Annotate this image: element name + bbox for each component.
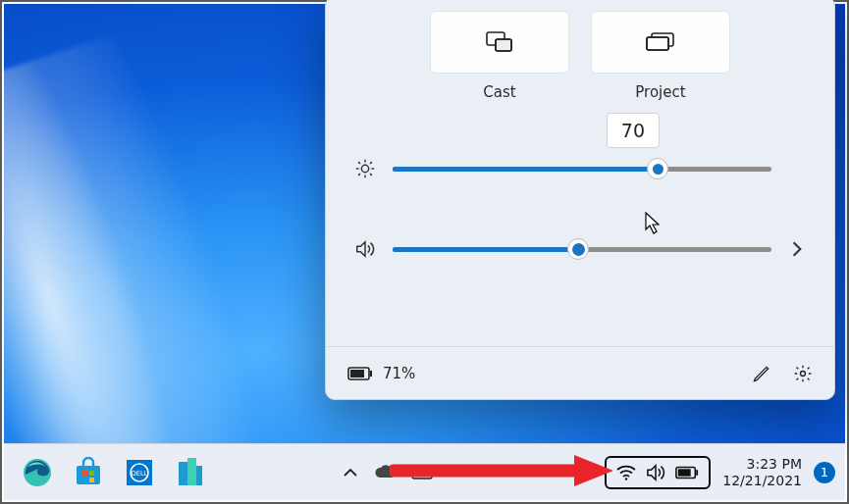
svg-rect-1 — [496, 39, 511, 51]
svg-point-37 — [427, 470, 429, 472]
time-text: 3:23 PM — [722, 456, 802, 473]
brightness-tooltip: 70 — [607, 113, 660, 148]
svg-point-40 — [625, 478, 627, 479]
svg-point-6 — [361, 165, 368, 172]
svg-rect-4 — [647, 37, 668, 50]
taskbar-clock[interactable]: 3:23 PM 12/21/2021 — [722, 456, 802, 489]
files-app-icon[interactable] — [171, 453, 210, 492]
svg-line-12 — [370, 174, 372, 176]
taskbar: DELL — [4, 443, 845, 500]
dell-app-icon[interactable]: DELL — [120, 453, 159, 492]
svg-rect-31 — [187, 458, 196, 485]
edge-app-icon[interactable] — [18, 453, 57, 492]
svg-text:DELL: DELL — [132, 470, 148, 478]
svg-line-13 — [358, 174, 360, 176]
cast-icon — [486, 31, 513, 53]
wifi-icon — [616, 465, 636, 480]
brightness-slider[interactable] — [393, 158, 771, 179]
battery-status[interactable]: 71% — [347, 365, 415, 382]
date-text: 12/21/2021 — [722, 473, 802, 489]
battery-text: 71% — [383, 365, 415, 382]
speaker-icon — [646, 464, 665, 481]
svg-marker-15 — [357, 242, 365, 257]
svg-rect-23 — [82, 471, 87, 476]
edit-button[interactable] — [752, 364, 771, 383]
volume-icon — [351, 238, 379, 260]
svg-rect-32 — [196, 466, 202, 485]
svg-rect-33 — [412, 467, 432, 479]
battery-icon — [347, 367, 373, 380]
svg-rect-39 — [419, 474, 427, 476]
project-label: Project — [635, 83, 685, 101]
svg-marker-41 — [648, 465, 656, 479]
cast-label: Cast — [483, 83, 515, 101]
battery-tray-icon — [675, 466, 699, 479]
tray-keyboard-icon[interactable] — [411, 465, 433, 480]
svg-rect-18 — [370, 371, 372, 377]
quick-settings-panel: Cast Project 70 — [325, 0, 835, 400]
svg-rect-26 — [89, 478, 94, 482]
volume-slider[interactable] — [393, 238, 771, 260]
svg-point-34 — [415, 470, 417, 472]
svg-line-11 — [358, 162, 360, 164]
svg-rect-22 — [77, 466, 100, 484]
store-app-icon[interactable] — [69, 453, 108, 492]
svg-rect-25 — [82, 478, 87, 482]
notification-badge[interactable]: 1 — [814, 462, 835, 483]
brightness-icon — [351, 158, 379, 179]
svg-rect-17 — [350, 370, 364, 378]
svg-point-35 — [419, 470, 421, 472]
cast-tile[interactable] — [430, 11, 569, 74]
project-tile[interactable] — [591, 11, 730, 74]
project-icon — [646, 32, 675, 52]
svg-rect-44 — [697, 470, 699, 476]
quick-settings-tray-button[interactable] — [605, 456, 711, 489]
svg-rect-43 — [678, 469, 691, 476]
tray-chevron-icon[interactable] — [343, 467, 358, 479]
svg-point-19 — [801, 371, 806, 376]
settings-button[interactable] — [793, 364, 813, 383]
svg-point-38 — [415, 474, 417, 476]
svg-rect-24 — [89, 471, 94, 476]
tray-onedrive-icon[interactable] — [374, 465, 396, 480]
svg-rect-30 — [179, 462, 187, 485]
svg-point-36 — [423, 470, 425, 472]
svg-line-14 — [370, 162, 372, 164]
volume-expand-button[interactable] — [785, 240, 809, 258]
